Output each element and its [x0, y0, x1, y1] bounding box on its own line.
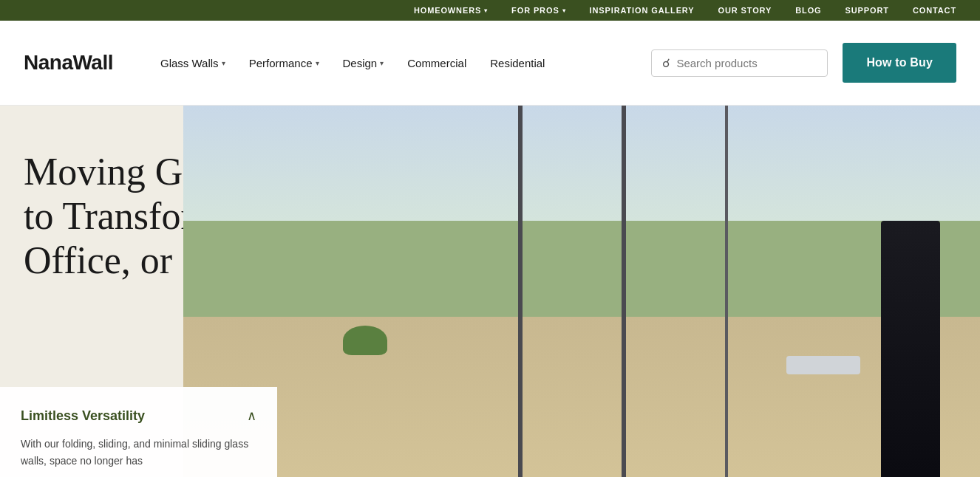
performance-chevron-icon: ▾ [316, 59, 319, 67]
ground-bg [183, 317, 980, 477]
feature-card: Limitless Versatility ∧ With our folding… [0, 387, 277, 477]
top-bar: HOMEOWNERS ▾ FOR PROS ▾ INSPIRATION GALL… [0, 0, 980, 21]
search-area[interactable]: ☌ [651, 49, 828, 77]
car-shape [786, 356, 860, 374]
top-nav-inspiration[interactable]: INSPIRATION GALLERY [590, 6, 695, 15]
top-nav-homeowners[interactable]: HOMEOWNERS ▾ [414, 6, 488, 15]
nav-design[interactable]: Design ▾ [331, 57, 396, 69]
top-nav-for-pros[interactable]: FOR PROS ▾ [511, 6, 565, 15]
design-chevron-icon: ▾ [380, 59, 384, 67]
mid-bg [183, 221, 980, 317]
homeowners-chevron-icon: ▾ [484, 7, 488, 14]
card-header: Limitless Versatility ∧ [21, 408, 256, 424]
top-nav-our-story[interactable]: OUR STORY [718, 6, 772, 15]
top-nav-contact[interactable]: CONTACT [913, 6, 956, 15]
logo[interactable]: NanaWall [24, 51, 113, 75]
dark-figure [881, 221, 940, 477]
background-scene [183, 106, 980, 477]
main-nav: NanaWall Glass Walls ▾ Performance ▾ Des… [0, 21, 980, 106]
nav-performance[interactable]: Performance ▾ [237, 57, 331, 69]
for-pros-chevron-icon: ▾ [562, 7, 566, 14]
nav-residential[interactable]: Residential [478, 57, 557, 69]
top-nav-support[interactable]: SUPPORT [845, 6, 889, 15]
glass-frame-3 [725, 106, 728, 477]
nav-glass-walls[interactable]: Glass Walls ▾ [149, 57, 237, 69]
card-collapse-icon[interactable]: ∧ [247, 408, 256, 424]
glass-walls-chevron-icon: ▾ [222, 59, 225, 67]
search-input[interactable] [676, 57, 817, 69]
search-icon: ☌ [662, 56, 670, 70]
greenery [343, 326, 387, 355]
card-title: Limitless Versatility [21, 408, 145, 424]
how-to-buy-button[interactable]: How to Buy [843, 43, 956, 83]
nav-commercial[interactable]: Commercial [395, 57, 478, 69]
nav-links: Glass Walls ▾ Performance ▾ Design ▾ Com… [149, 57, 636, 69]
glass-frame-1 [518, 106, 523, 477]
top-nav-blog[interactable]: BLOG [795, 6, 821, 15]
card-body: With our folding, sliding, and minimal s… [21, 436, 256, 469]
hero-image [183, 106, 980, 477]
glass-frame-2 [622, 106, 626, 477]
hero-section: Moving Glass Wall Systems to Transform Y… [0, 106, 980, 477]
